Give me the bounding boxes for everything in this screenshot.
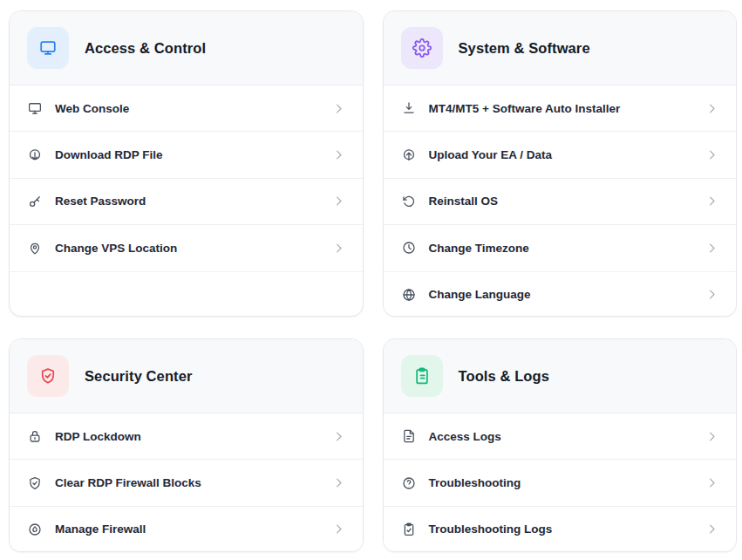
vps-control-panel: Access & Control Web Console Download RD… bbox=[0, 0, 742, 560]
chevron-right-icon bbox=[705, 242, 718, 255]
list-item-troubleshooting-logs[interactable]: Troubleshooting Logs bbox=[384, 507, 737, 552]
clipboard-list-icon bbox=[401, 355, 443, 397]
list-item-label: Clear RDP Firewall Blocks bbox=[55, 476, 332, 489]
list-item-label: Change Timezone bbox=[429, 242, 706, 255]
list-item-download-rdp-file[interactable]: Download RDP File bbox=[10, 132, 363, 178]
chevron-right-icon bbox=[332, 195, 345, 208]
shield-check-icon bbox=[27, 475, 43, 491]
shield-check-icon bbox=[27, 355, 69, 397]
upload-circle-icon bbox=[401, 147, 417, 163]
chevron-right-icon bbox=[332, 522, 345, 536]
list-item-access-logs[interactable]: Access Logs bbox=[384, 413, 737, 460]
globe-icon bbox=[401, 287, 417, 303]
chevron-right-icon bbox=[705, 102, 718, 115]
card-header: Tools & Logs bbox=[384, 339, 737, 413]
card-title: Security Center bbox=[85, 368, 192, 385]
card-title: System & Software bbox=[459, 40, 590, 57]
download-circle-icon bbox=[27, 147, 43, 163]
chevron-right-icon bbox=[332, 102, 345, 115]
list-item-label: Troubleshooting bbox=[429, 476, 706, 489]
chevron-right-icon bbox=[705, 476, 718, 489]
gear-icon bbox=[401, 27, 443, 69]
card-system-software: System & Software MT4/MT5 + Software Aut… bbox=[383, 10, 738, 317]
card-title: Access & Control bbox=[85, 40, 206, 57]
list-item-manage-firewall[interactable]: Manage Firewall bbox=[10, 507, 363, 552]
list-item-label: Troubleshooting Logs bbox=[429, 522, 706, 536]
clock-icon bbox=[401, 240, 417, 256]
list-item-label: Change VPS Location bbox=[55, 242, 332, 255]
list-item-change-vps-location[interactable]: Change VPS Location bbox=[10, 225, 363, 271]
chevron-right-icon bbox=[705, 522, 718, 536]
card-items: Access Logs Troubleshooting Troubleshoot… bbox=[384, 413, 737, 552]
list-item-label: Upload Your EA / Data bbox=[429, 148, 706, 161]
list-item-reinstall-os[interactable]: Reinstall OS bbox=[384, 179, 737, 225]
list-item-web-console[interactable]: Web Console bbox=[10, 85, 363, 132]
list-item-label: Manage Firewall bbox=[55, 522, 332, 536]
file-text-icon bbox=[401, 428, 417, 444]
chevron-right-icon bbox=[332, 430, 345, 443]
card-title: Tools & Logs bbox=[459, 368, 549, 385]
list-item-label: Web Console bbox=[55, 102, 332, 115]
card-header: System & Software bbox=[384, 11, 737, 85]
list-item-label: MT4/MT5 + Software Auto Installer bbox=[429, 102, 706, 115]
location-pin-icon bbox=[27, 240, 43, 256]
lock-icon bbox=[27, 428, 43, 444]
chevron-right-icon bbox=[332, 148, 345, 161]
list-item-change-timezone[interactable]: Change Timezone bbox=[384, 225, 737, 271]
chevron-right-icon bbox=[705, 195, 718, 208]
chevron-right-icon bbox=[705, 148, 718, 161]
card-items: MT4/MT5 + Software Auto Installer Upload… bbox=[384, 85, 737, 317]
list-item-label: Reinstall OS bbox=[429, 195, 706, 208]
help-circle-icon bbox=[401, 475, 417, 491]
list-item-label: RDP Lockdown bbox=[55, 430, 332, 443]
list-item-mt4-mt5-installer[interactable]: MT4/MT5 + Software Auto Installer bbox=[384, 85, 737, 132]
card-items: RDP Lockdown Clear RDP Firewall Blocks M… bbox=[10, 413, 363, 552]
card-tools-logs: Tools & Logs Access Logs Troubleshooting… bbox=[383, 338, 738, 552]
list-item-upload-ea-data[interactable]: Upload Your EA / Data bbox=[384, 132, 737, 178]
list-item-label: Change Language bbox=[429, 288, 706, 301]
key-icon bbox=[27, 194, 43, 209]
list-item-change-language[interactable]: Change Language bbox=[384, 272, 737, 317]
flame-circle-icon bbox=[27, 522, 43, 537]
card-security-center: Security Center RDP Lockdown Clear RDP F… bbox=[9, 338, 364, 552]
card-header: Security Center bbox=[10, 339, 363, 413]
chevron-right-icon bbox=[705, 288, 718, 301]
card-access-control: Access & Control Web Console Download RD… bbox=[9, 10, 364, 317]
monitor-icon bbox=[27, 27, 69, 69]
list-item-clear-rdp-firewall-blocks[interactable]: Clear RDP Firewall Blocks bbox=[10, 460, 363, 506]
list-item-label: Download RDP File bbox=[55, 148, 332, 161]
download-tray-icon bbox=[401, 100, 417, 116]
list-item-label: Reset Password bbox=[55, 195, 332, 208]
clipboard-check-icon bbox=[401, 522, 417, 537]
rotate-ccw-icon bbox=[401, 194, 417, 209]
list-item-troubleshooting[interactable]: Troubleshooting bbox=[384, 460, 737, 506]
chevron-right-icon bbox=[332, 476, 345, 489]
card-header: Access & Control bbox=[10, 11, 363, 85]
list-item-rdp-lockdown[interactable]: RDP Lockdown bbox=[10, 413, 363, 460]
monitor-icon bbox=[27, 100, 43, 116]
list-item-label: Access Logs bbox=[429, 430, 706, 443]
chevron-right-icon bbox=[705, 430, 718, 443]
chevron-right-icon bbox=[332, 242, 345, 255]
card-items: Web Console Download RDP File Reset Pass… bbox=[10, 85, 363, 272]
list-item-reset-password[interactable]: Reset Password bbox=[10, 179, 363, 225]
